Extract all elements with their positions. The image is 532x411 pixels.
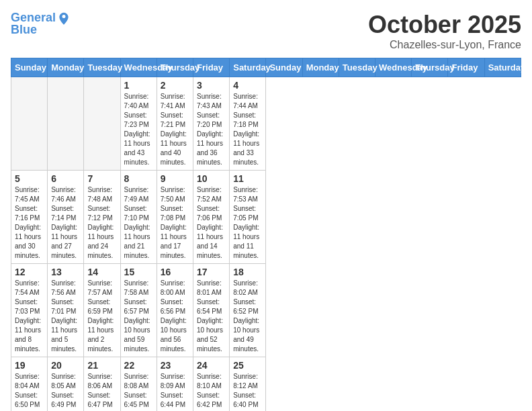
day-number: 19 [15,360,44,371]
day-number: 8 [124,173,153,184]
page-header: General Blue October 2025 Chazelles-sur-… [11,11,521,51]
calendar-cell: 10Sunrise: 7:52 AM Sunset: 7:06 PM Dayli… [193,171,230,264]
day-number: 3 [197,80,226,91]
day-number: 9 [161,173,189,184]
calendar-cell: 17Sunrise: 8:01 AM Sunset: 6:54 PM Dayli… [193,264,230,357]
day-number: 4 [233,80,262,91]
calendar-header-saturday: Saturday [230,58,266,77]
calendar-cell: 14Sunrise: 7:57 AM Sunset: 6:59 PM Dayli… [84,264,120,357]
day-info: Sunrise: 7:52 AM Sunset: 7:06 PM Dayligh… [197,185,226,261]
calendar-cell: 6Sunrise: 7:46 AM Sunset: 7:14 PM Daylig… [48,171,84,264]
day-info: Sunrise: 7:49 AM Sunset: 7:10 PM Dayligh… [124,185,153,261]
calendar-cell: 1Sunrise: 7:40 AM Sunset: 7:23 PM Daylig… [120,77,157,171]
calendar-cell: 22Sunrise: 8:08 AM Sunset: 6:45 PM Dayli… [120,357,157,412]
calendar-cell: 2Sunrise: 7:41 AM Sunset: 7:21 PM Daylig… [157,77,193,171]
calendar-header-row: SundayMondayTuesdayWednesdayThursdayFrid… [11,58,521,77]
day-number: 23 [161,360,189,371]
day-number: 14 [87,267,116,277]
calendar-table: SundayMondayTuesdayWednesdayThursdayFrid… [11,58,521,411]
calendar-header-monday: Monday [48,58,84,77]
day-info: Sunrise: 7:56 AM Sunset: 7:01 PM Dayligh… [51,279,80,354]
location: Chazelles-sur-Lyon, France [368,39,521,51]
day-info: Sunrise: 7:45 AM Sunset: 7:16 PM Dayligh… [15,185,44,261]
calendar-week-2: 5Sunrise: 7:45 AM Sunset: 7:16 PM Daylig… [11,171,521,264]
day-number: 1 [124,80,153,91]
day-info: Sunrise: 8:09 AM Sunset: 6:44 PM Dayligh… [161,372,189,411]
calendar-header-wednesday: Wednesday [375,58,412,77]
calendar-cell: 8Sunrise: 7:49 AM Sunset: 7:10 PM Daylig… [120,171,157,264]
day-info: Sunrise: 8:06 AM Sunset: 6:47 PM Dayligh… [87,372,116,411]
day-number: 21 [87,360,116,371]
calendar-cell: 13Sunrise: 7:56 AM Sunset: 7:01 PM Dayli… [48,264,84,357]
calendar-header-thursday: Thursday [412,58,448,77]
calendar-cell: 15Sunrise: 7:58 AM Sunset: 6:57 PM Dayli… [120,264,157,357]
calendar-cell: 23Sunrise: 8:09 AM Sunset: 6:44 PM Dayli… [157,357,193,412]
calendar-header-thursday: Thursday [157,58,193,77]
day-info: Sunrise: 8:04 AM Sunset: 6:50 PM Dayligh… [15,372,44,411]
calendar-cell: 19Sunrise: 8:04 AM Sunset: 6:50 PM Dayli… [11,357,48,412]
calendar-header-sunday: Sunday [266,58,302,77]
day-number: 25 [233,360,262,371]
calendar-cell: 4Sunrise: 7:44 AM Sunset: 7:18 PM Daylig… [230,77,266,171]
calendar-cell [84,77,120,171]
day-number: 2 [161,80,189,91]
logo: General Blue [11,11,71,37]
calendar-cell: 7Sunrise: 7:48 AM Sunset: 7:12 PM Daylig… [84,171,120,264]
day-info: Sunrise: 7:43 AM Sunset: 7:20 PM Dayligh… [197,92,226,167]
calendar-header-friday: Friday [448,58,484,77]
day-info: Sunrise: 7:54 AM Sunset: 7:03 PM Dayligh… [15,279,44,354]
calendar-cell: 5Sunrise: 7:45 AM Sunset: 7:16 PM Daylig… [11,171,48,264]
calendar-cell: 20Sunrise: 8:05 AM Sunset: 6:49 PM Dayli… [48,357,84,412]
day-number: 5 [15,173,44,184]
day-info: Sunrise: 8:10 AM Sunset: 6:42 PM Dayligh… [197,372,226,411]
calendar-cell: 24Sunrise: 8:10 AM Sunset: 6:42 PM Dayli… [193,357,230,412]
logo-icon [57,11,71,25]
day-number: 13 [51,267,80,277]
day-info: Sunrise: 8:08 AM Sunset: 6:45 PM Dayligh… [124,372,153,411]
calendar-week-3: 12Sunrise: 7:54 AM Sunset: 7:03 PM Dayli… [11,264,521,357]
day-number: 12 [15,267,44,277]
calendar-header-monday: Monday [302,58,339,77]
calendar-week-4: 19Sunrise: 8:04 AM Sunset: 6:50 PM Dayli… [11,357,521,412]
day-number: 6 [51,173,80,184]
day-info: Sunrise: 7:50 AM Sunset: 7:08 PM Dayligh… [161,185,189,261]
day-info: Sunrise: 8:12 AM Sunset: 6:40 PM Dayligh… [233,372,262,411]
calendar-cell: 11Sunrise: 7:53 AM Sunset: 7:05 PM Dayli… [230,171,266,264]
day-number: 18 [233,267,262,277]
day-number: 22 [124,360,153,371]
day-info: Sunrise: 7:46 AM Sunset: 7:14 PM Dayligh… [51,185,80,261]
day-number: 17 [197,267,226,277]
calendar-cell: 25Sunrise: 8:12 AM Sunset: 6:40 PM Dayli… [230,357,266,412]
day-info: Sunrise: 7:41 AM Sunset: 7:21 PM Dayligh… [161,92,189,167]
calendar-cell [48,77,84,171]
calendar-header-tuesday: Tuesday [339,58,375,77]
calendar-cell: 18Sunrise: 8:02 AM Sunset: 6:52 PM Dayli… [230,264,266,357]
title-section: October 2025 Chazelles-sur-Lyon, France [368,11,521,51]
day-info: Sunrise: 8:02 AM Sunset: 6:52 PM Dayligh… [233,279,262,354]
calendar-cell: 16Sunrise: 8:00 AM Sunset: 6:56 PM Dayli… [157,264,193,357]
day-info: Sunrise: 7:53 AM Sunset: 7:05 PM Dayligh… [233,185,262,261]
day-number: 10 [197,173,226,184]
calendar-header-sunday: Sunday [11,58,48,77]
day-number: 16 [161,267,189,277]
calendar-header-friday: Friday [193,58,230,77]
calendar-header-tuesday: Tuesday [84,58,120,77]
month-title: October 2025 [368,11,521,39]
day-number: 11 [233,173,262,184]
day-number: 7 [87,173,116,184]
calendar-header-wednesday: Wednesday [120,58,157,77]
calendar-header-saturday: Saturday [484,58,521,77]
calendar-week-1: 1Sunrise: 7:40 AM Sunset: 7:23 PM Daylig… [11,77,521,171]
day-info: Sunrise: 7:40 AM Sunset: 7:23 PM Dayligh… [124,92,153,167]
calendar-cell: 21Sunrise: 8:06 AM Sunset: 6:47 PM Dayli… [84,357,120,412]
calendar-cell [11,77,48,171]
day-info: Sunrise: 8:01 AM Sunset: 6:54 PM Dayligh… [197,279,226,354]
day-info: Sunrise: 7:57 AM Sunset: 6:59 PM Dayligh… [87,279,116,354]
day-info: Sunrise: 8:05 AM Sunset: 6:49 PM Dayligh… [51,372,80,411]
calendar-cell: 12Sunrise: 7:54 AM Sunset: 7:03 PM Dayli… [11,264,48,357]
day-info: Sunrise: 8:00 AM Sunset: 6:56 PM Dayligh… [161,279,189,354]
day-number: 24 [197,360,226,371]
day-info: Sunrise: 7:48 AM Sunset: 7:12 PM Dayligh… [87,185,116,261]
calendar-cell: 3Sunrise: 7:43 AM Sunset: 7:20 PM Daylig… [193,77,230,171]
day-info: Sunrise: 7:58 AM Sunset: 6:57 PM Dayligh… [124,279,153,354]
